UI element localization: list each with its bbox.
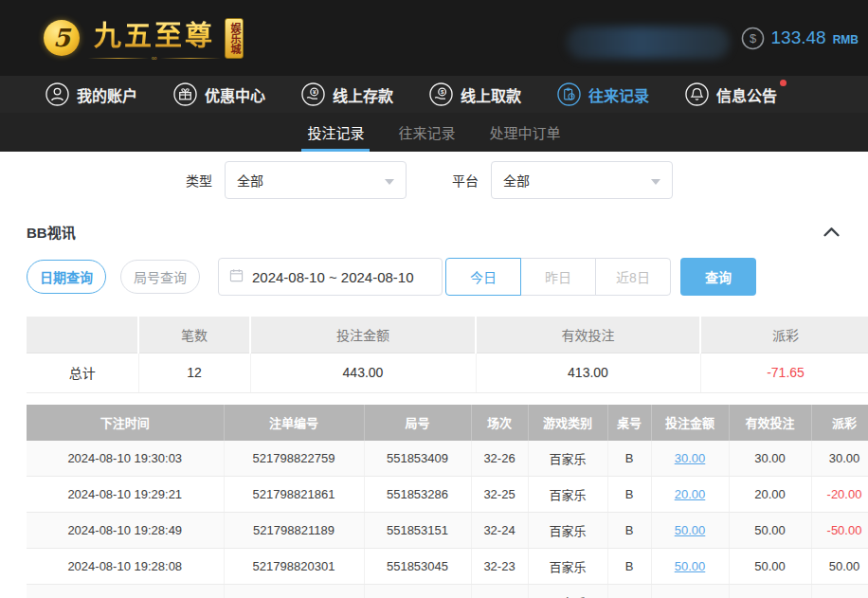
cell-payout: 59.85 (811, 585, 868, 598)
cell-session: 32-24 (471, 513, 528, 549)
cell-valid-bet: 30.00 (729, 441, 811, 477)
summary-count: 12 (138, 353, 250, 392)
content-area: 类型 全部 平台 全部 BB视讯 日期查询 局号查询 2 (0, 152, 868, 598)
records-table-wrap: 下注时间 注单编号 局号 场次 游戏类别 桌号 投注金额 有效投注 派彩 202… (27, 405, 868, 598)
cell-session: 32-23 (471, 549, 528, 585)
svg-text:$: $ (749, 31, 755, 45)
logo-monogram-icon: 5 (44, 20, 80, 56)
summary-bet-amount: 443.00 (250, 353, 476, 392)
nav-label: 信息公告 (716, 83, 777, 106)
records-table: 下注时间 注单编号 局号 场次 游戏类别 桌号 投注金额 有效投注 派彩 202… (27, 405, 868, 598)
col-round-no: 局号 (364, 405, 471, 441)
balance-amount: 133.48 (771, 27, 826, 48)
logo-flourish-icon: ∞ (88, 54, 221, 63)
tab-transaction-records[interactable]: 往来记录 (392, 113, 461, 152)
cell-valid-bet: 20.00 (729, 477, 811, 513)
bell-icon (685, 82, 709, 106)
nav-label: 线上取款 (461, 83, 521, 106)
notification-dot (780, 80, 787, 86)
site-logo[interactable]: 5 九五至尊 ∞ 娱乐城 (44, 13, 244, 63)
sub-tabs: 投注记录 往来记录 处理中订单 (0, 113, 868, 152)
yesterday-button[interactable]: 昨日 (520, 258, 596, 296)
platform-select[interactable]: 全部 (491, 161, 673, 199)
logo-monogram: 5 (53, 24, 70, 52)
username-blurred (567, 27, 730, 59)
cell-game-type: 百家乐 (528, 585, 607, 598)
cell-session: 32-26 (471, 441, 528, 477)
svg-text:¥: ¥ (313, 88, 316, 95)
nav-label: 我的账户 (77, 83, 137, 106)
col-table-no: 桌号 (607, 405, 651, 441)
brand-name: 九五至尊 (94, 13, 215, 53)
bet-amount-link[interactable]: 30.00 (675, 451, 706, 465)
nav-item-my-account[interactable]: 我的账户 (45, 82, 137, 106)
coin-icon: $ (741, 27, 765, 50)
cell-game-type: 百家乐 (528, 513, 607, 549)
record-row: 2024-08-10 19:29:21 521798821861 5518532… (27, 477, 868, 513)
calendar-icon (229, 268, 244, 286)
cell-table-no: B (607, 585, 651, 598)
platform-select-value: 全部 (503, 171, 530, 190)
tab-bet-records[interactable]: 投注记录 (301, 113, 370, 152)
section-header: BB视讯 (27, 222, 841, 242)
date-range-value: 2024-08-10 ~ 2024-08-10 (252, 269, 414, 285)
nav-item-withdraw[interactable]: $ 线上取款 (429, 82, 521, 106)
date-query-tab[interactable]: 日期查询 (27, 260, 106, 294)
summary-header-payout: 派彩 (700, 317, 868, 353)
cell-round-no: 551853151 (364, 513, 471, 549)
cell-round-no: 551853286 (364, 477, 471, 513)
nav-item-deposit[interactable]: ¥ 线上存款 (301, 82, 393, 106)
col-payout: 派彩 (811, 405, 868, 441)
cell-payout: 30.00 (811, 441, 868, 477)
summary-payout: -71.65 (700, 353, 868, 392)
platform-filter-label: 平台 (452, 171, 479, 190)
col-game-type: 游戏类别 (528, 405, 607, 441)
cell-order-no: 521798819439 (224, 585, 364, 598)
cell-round-no: 551853045 (364, 549, 471, 585)
summary-valid-bet: 413.00 (476, 353, 700, 392)
chevron-up-icon (823, 227, 840, 237)
nav-item-transaction-records[interactable]: 往来记录 (557, 82, 649, 106)
collapse-button[interactable] (822, 225, 841, 239)
today-button[interactable]: 今日 (445, 258, 521, 296)
cell-bet-time: 2024-08-10 19:29:21 (27, 477, 224, 513)
chevron-down-icon (651, 172, 660, 189)
cell-table-no: B (607, 477, 651, 513)
bet-amount-link[interactable]: 50.00 (675, 559, 706, 573)
nav-item-announcements[interactable]: 信息公告 (685, 82, 777, 106)
logo-badge: 娱乐城 (225, 18, 244, 59)
search-button[interactable]: 查询 (680, 258, 756, 296)
cell-bet-time: 2024-08-10 19:27:29 (27, 585, 224, 598)
cell-payout: -50.00 (811, 513, 868, 549)
nav-item-promotions[interactable]: 优惠中心 (173, 82, 265, 106)
tab-pending-orders[interactable]: 处理中订单 (484, 113, 567, 152)
section-title: BB视讯 (27, 222, 76, 242)
cell-bet-time: 2024-08-10 19:30:03 (27, 441, 224, 477)
record-row: 2024-08-10 19:28:49 521798821189 5518531… (27, 513, 868, 549)
quick-date-group: 今日 昨日 近8日 (445, 258, 671, 296)
cell-game-type: 百家乐 (528, 477, 607, 513)
cell-table-no: B (607, 441, 651, 477)
round-query-tab[interactable]: 局号查询 (120, 260, 200, 294)
cell-payout: 50.00 (811, 549, 868, 585)
cell-order-no: 521798820301 (224, 549, 364, 585)
cell-round-no: 551853409 (364, 441, 471, 477)
date-range-input[interactable]: 2024-08-10 ~ 2024-08-10 (218, 258, 443, 296)
balance[interactable]: $ 133.48 RMB (741, 0, 859, 76)
cell-bet-time: 2024-08-10 19:28:49 (27, 513, 224, 549)
cell-table-no: B (607, 549, 651, 585)
cell-order-no: 521798822759 (224, 441, 364, 477)
cell-game-type: 百家乐 (528, 441, 607, 477)
summary-table: 笔数 投注金额 有效投注 派彩 总计 12 443.00 413.00 -71.… (27, 317, 868, 393)
records-clipboard-icon (557, 82, 581, 106)
cell-valid-bet: 63.00 (729, 585, 811, 598)
type-select[interactable]: 全部 (225, 161, 407, 199)
cell-valid-bet: 50.00 (729, 549, 811, 585)
query-toolbar: 日期查询 局号查询 2024-08-10 ~ 2024-08-10 今日 昨日 … (27, 258, 868, 296)
bet-amount-link[interactable]: 50.00 (675, 523, 706, 537)
nav-label: 线上存款 (333, 83, 393, 106)
last-8-days-button[interactable]: 近8日 (595, 258, 671, 296)
col-bet-amount: 投注金额 (651, 405, 729, 441)
cell-round-no: 551852937 (364, 585, 471, 598)
bet-amount-link[interactable]: 20.00 (675, 487, 706, 501)
